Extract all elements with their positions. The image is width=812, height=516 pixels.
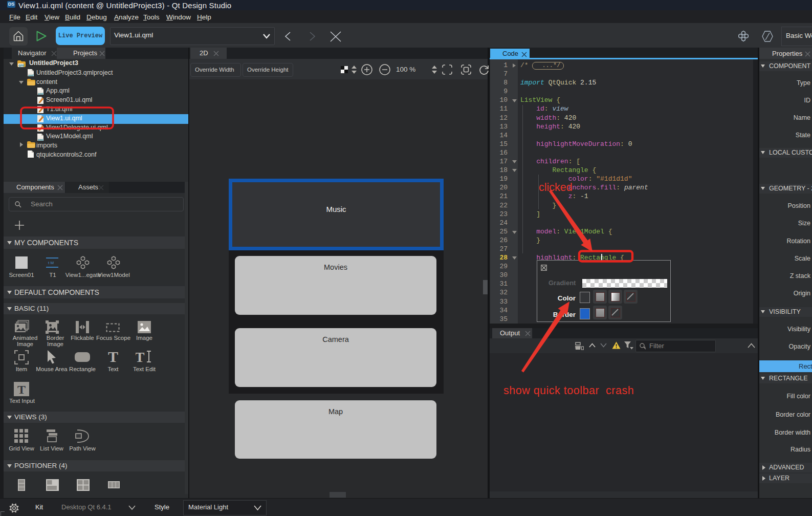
svg-text:qml: qml	[18, 63, 25, 68]
svg-text:t M: t M	[48, 261, 54, 265]
svg-text:T: T	[108, 350, 118, 363]
svg-text:qml: qml	[38, 138, 43, 141]
svg-text:T: T	[136, 350, 145, 363]
svg-text:qml: qml	[28, 74, 34, 77]
svg-text:qml: qml	[38, 92, 43, 95]
svg-text:T: T	[17, 383, 26, 396]
